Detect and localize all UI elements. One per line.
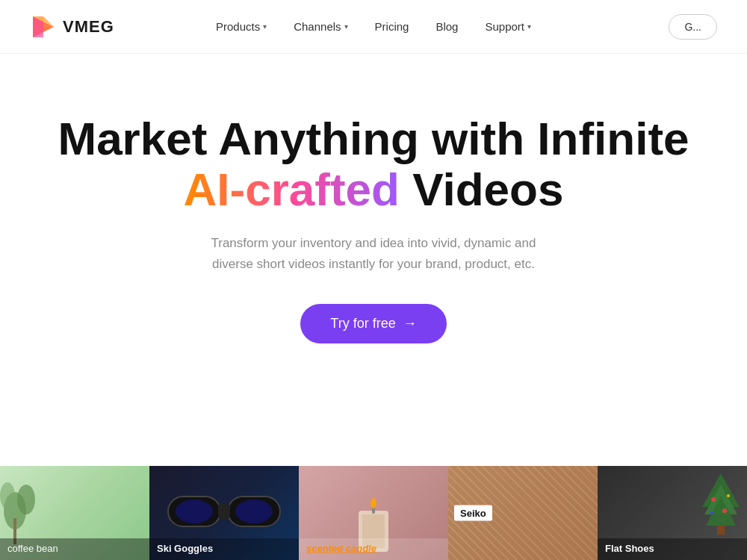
svg-point-20: [711, 497, 716, 502]
seiko-label: Seiko: [454, 505, 492, 521]
hero-title-line1: Market Anything with Infinite: [58, 113, 689, 164]
hero-section: Market Anything with Infinite AI-crafted…: [0, 54, 747, 381]
video-strip: coffee bean Ski Goggles scented candle: [0, 466, 747, 560]
svg-rect-19: [717, 526, 725, 535]
video-card-ski[interactable]: Ski Goggles: [149, 466, 299, 560]
logo[interactable]: VMEG: [30, 13, 114, 40]
nav-channels[interactable]: Channels ▾: [294, 20, 347, 33]
video-card-seiko[interactable]: Seiko: [448, 466, 598, 560]
svg-point-4: [17, 485, 35, 514]
svg-point-15: [371, 498, 376, 508]
logo-icon: [30, 13, 57, 40]
svg-point-22: [722, 508, 727, 513]
svg-point-5: [0, 482, 15, 509]
video-card-coffee[interactable]: coffee bean: [0, 466, 149, 560]
nav-support[interactable]: Support ▾: [485, 20, 531, 33]
hero-title-line2: Videos: [412, 164, 563, 215]
nav-products[interactable]: Products ▾: [216, 20, 267, 33]
video-card-shoes[interactable]: Flat Shoes: [598, 466, 747, 560]
candle-label: scented candle: [299, 538, 448, 560]
hero-subtitle: Transform your inventory and idea into v…: [194, 233, 553, 273]
hero-title: Market Anything with Infinite AI-crafted…: [58, 113, 689, 215]
ski-goggles-decoration: [164, 482, 284, 541]
ski-label: Ski Goggles: [149, 538, 299, 560]
svg-point-11: [235, 500, 273, 523]
try-free-label: Try for free: [330, 316, 395, 332]
main-nav: Products ▾ Channels ▾ Pricing Blog Suppo…: [216, 20, 531, 33]
video-card-candle[interactable]: scented candle: [299, 466, 448, 560]
nav-blog[interactable]: Blog: [436, 20, 458, 33]
products-chevron-icon: ▾: [263, 22, 267, 31]
logo-text: VMEG: [63, 17, 114, 37]
arrow-right-icon: →: [403, 316, 417, 332]
get-started-button[interactable]: G...: [669, 14, 717, 40]
try-free-button[interactable]: Try for free →: [300, 304, 446, 343]
shoes-label: Flat Shoes: [598, 538, 747, 560]
header: VMEG Products ▾ Channels ▾ Pricing Blog …: [0, 0, 747, 54]
main-content: Market Anything with Infinite AI-crafted…: [0, 54, 747, 560]
header-right: G...: [669, 14, 717, 40]
svg-point-10: [176, 500, 213, 523]
channels-chevron-icon: ▾: [344, 22, 348, 31]
support-chevron-icon: ▾: [527, 22, 531, 31]
svg-point-23: [710, 511, 713, 514]
hero-title-gradient: AI-crafted: [184, 164, 400, 215]
svg-point-21: [727, 494, 730, 497]
nav-pricing[interactable]: Pricing: [375, 20, 409, 33]
coffee-label: coffee bean: [0, 538, 149, 560]
svg-rect-9: [218, 504, 230, 519]
christmas-tree-decoration: [698, 470, 743, 537]
coffee-plant-decoration: [0, 466, 60, 548]
